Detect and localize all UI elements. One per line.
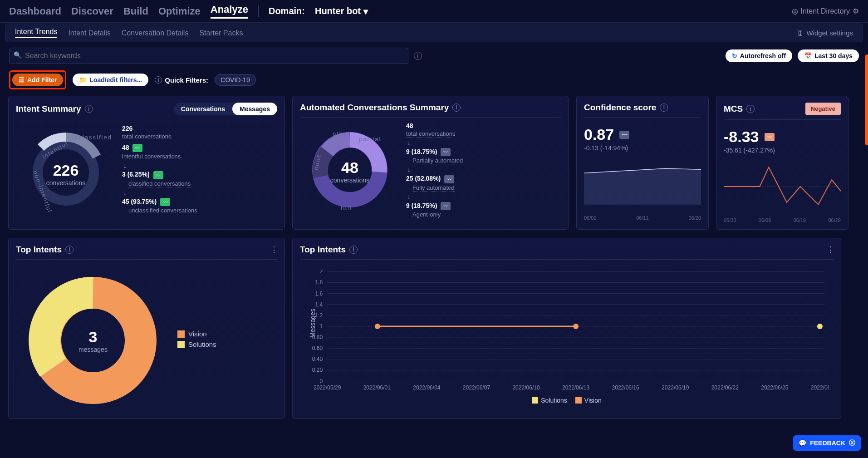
scrollbar-indicator [865, 54, 868, 145]
is-intentful-label: intentful conversations [122, 153, 181, 160]
top-nav: Dashboard Discover Build Optimize Analyz… [0, 0, 868, 23]
conf-tick-1: 06/11 [636, 215, 649, 221]
domain-label: Domain: [269, 6, 305, 16]
info-icon[interactable]: i [65, 246, 74, 254]
auto-center-value: 48 [330, 159, 369, 177]
quick-filter-chip-covid[interactable]: COVID-19 [215, 74, 256, 86]
subtab-conversation-details[interactable]: Conversation Details [122, 29, 189, 37]
auto-total-label: total conversations [406, 130, 455, 138]
add-filter-highlight: ☰ Add Filter [9, 70, 66, 89]
search-input[interactable] [9, 48, 408, 64]
mcs-tick-3: 06/29 [828, 217, 841, 223]
is-unclassified-n: 45 (93.75%) [122, 198, 157, 205]
confidence-value: 0.87 [584, 126, 614, 143]
top-intents-donut-title: Top Intents i [16, 245, 74, 255]
widget-settings-label: Widget settings [806, 29, 853, 37]
intent-summary-title: Intent Summary i [16, 104, 93, 114]
intent-summary-toggle: Conversations Messages [174, 103, 277, 115]
feedback-button[interactable]: 💬 FEEDBACK ⓧ [793, 435, 861, 451]
intent-summary-center-label: conversations [46, 179, 85, 187]
info-icon[interactable]: i [349, 246, 358, 254]
autorefresh-toggle[interactable]: ↻ Autorefresh off [726, 49, 792, 62]
info-icon[interactable]: i [155, 76, 162, 84]
mcs-tick-2: 06/19 [794, 217, 806, 223]
conf-tick-0: 06/02 [584, 215, 597, 221]
card-menu-icon[interactable]: ⋮ [270, 245, 278, 255]
line-legend: Solutions Vision [304, 397, 829, 404]
trend-up-icon: 〰 [160, 198, 170, 206]
auto-total-n: 48 [406, 122, 413, 129]
nav-tab-optimize[interactable]: Optimize [158, 5, 201, 17]
history-icon: ↻ [732, 52, 737, 59]
intent-directory-link[interactable]: ◎ Intent Directory ⚙ [792, 7, 859, 15]
info-icon[interactable]: i [85, 105, 93, 113]
widget-settings-link[interactable]: 🎛 Widget settings [797, 29, 853, 37]
nav-tab-dashboard[interactable]: Dashboard [9, 5, 61, 17]
auto-agent-n: 9 (18.75%) [406, 202, 437, 209]
globe-icon: ◎ [792, 7, 798, 15]
mcs-badge: Negative [805, 103, 841, 115]
svg-text:1.2: 1.2 [315, 312, 323, 319]
svg-point-28 [573, 324, 579, 329]
quick-filters-label: i Quick Filters: [155, 76, 208, 84]
svg-point-27 [375, 324, 380, 329]
trend-icon: 〰 [619, 131, 629, 139]
is-unclassified-label: unclassified conversations [128, 207, 197, 214]
nav-tab-build[interactable]: Build [123, 5, 148, 17]
mcs-card: MCS i Negative -8.33 〰 -35.61 (-427.27%)… [716, 96, 848, 230]
top-intents-donut-chart: 3 messages [20, 272, 166, 409]
subtab-starter-packs[interactable]: Starter Packs [199, 29, 243, 37]
arc-label-full: full [341, 205, 352, 212]
add-filter-button[interactable]: ☰ Add Filter [12, 74, 63, 86]
info-icon[interactable]: i [452, 103, 461, 112]
intent-summary-center-value: 226 [46, 162, 85, 179]
legend-swatch-solutions [532, 397, 538, 404]
confidence-delta: -0.13 (-14.94%) [584, 144, 701, 152]
info-icon[interactable]: i [414, 52, 422, 60]
svg-text:2022/06/07: 2022/06/07 [463, 384, 490, 391]
mcs-tick-1: 06/09 [759, 217, 771, 223]
domain-selector[interactable]: Hunter bot ▾ [315, 6, 368, 17]
is-classified-n: 3 (6.25%) [122, 171, 150, 178]
svg-text:2022/06/22: 2022/06/22 [711, 384, 739, 391]
nav-tab-analyze[interactable]: Analyze [211, 4, 248, 19]
mcs-title: MCS i [724, 104, 755, 114]
quick-filters-text: Quick Filters: [165, 76, 208, 84]
trend-up-icon: 〰 [132, 144, 142, 152]
conf-tick-2: 06/20 [688, 215, 701, 221]
svg-text:2022/06/28: 2022/06/28 [811, 384, 829, 391]
subtab-intent-trends[interactable]: Intent Trends [15, 28, 57, 38]
svg-text:2022/06/01: 2022/06/01 [363, 384, 391, 391]
info-icon[interactable]: i [660, 103, 668, 112]
legend-label-solutions: Solutions [541, 397, 567, 404]
top-intents-center-label: messages [78, 346, 108, 353]
feedback-label: FEEDBACK [810, 439, 845, 447]
legend-label-vision: Vision [188, 330, 207, 338]
autorefresh-label: Autorefresh off [740, 52, 786, 59]
svg-text:1.4: 1.4 [315, 301, 323, 308]
svg-text:1.6: 1.6 [315, 291, 323, 297]
legend-label-solutions: Solutions [188, 340, 216, 348]
card-menu-icon[interactable]: ⋮ [826, 245, 834, 255]
legend-label-vision: Vision [584, 397, 602, 404]
mcs-sparkline [724, 159, 841, 214]
subtab-intent-details[interactable]: Intent Details [68, 29, 110, 37]
date-range-button[interactable]: 📅 Last 30 days [798, 49, 859, 62]
info-icon[interactable]: i [746, 105, 755, 113]
top-intents-center-value: 3 [78, 328, 108, 346]
toggle-messages[interactable]: Messages [232, 103, 277, 115]
gear-icon[interactable]: ⚙ [853, 7, 859, 15]
svg-text:2022/05/29: 2022/05/29 [314, 384, 341, 391]
toggle-conversations[interactable]: Conversations [174, 103, 232, 115]
auto-partial-label: Partially automated [412, 157, 463, 164]
filter-icon: ☰ [19, 76, 25, 84]
calendar-icon: 📅 [804, 52, 812, 59]
nav-tab-discover[interactable]: Discover [71, 5, 113, 17]
is-total-label: total conversations [122, 133, 171, 140]
mcs-value: -8.33 [724, 128, 759, 146]
load-edit-filters-button[interactable]: 📁 Load/edit filters... [73, 74, 148, 86]
folder-icon: 📁 [79, 76, 87, 84]
svg-point-29 [817, 324, 823, 329]
close-icon[interactable]: ⓧ [849, 439, 855, 447]
svg-text:0.20: 0.20 [312, 367, 323, 373]
